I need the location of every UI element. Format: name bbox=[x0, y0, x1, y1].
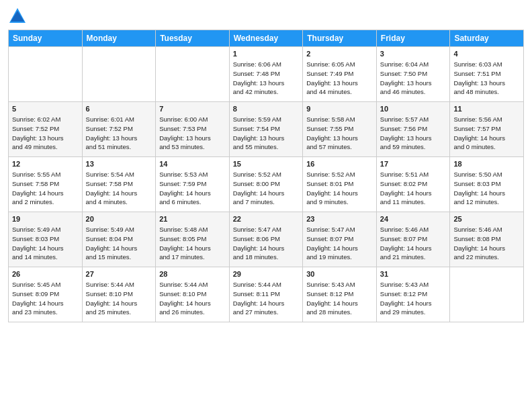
calendar-cell: 4Sunrise: 6:03 AM Sunset: 7:51 PM Daylig… bbox=[450, 47, 524, 102]
day-info: Sunrise: 6:02 AM Sunset: 7:52 PM Dayligh… bbox=[12, 115, 79, 152]
calendar-cell: 3Sunrise: 6:04 AM Sunset: 7:50 PM Daylig… bbox=[376, 47, 450, 102]
day-number: 31 bbox=[380, 270, 447, 278]
calendar-cell: 12Sunrise: 5:55 AM Sunset: 7:58 PM Dayli… bbox=[9, 157, 83, 212]
day-number: 3 bbox=[380, 50, 447, 58]
weekday-header-sunday: Sunday bbox=[9, 30, 83, 47]
day-number: 25 bbox=[453, 215, 520, 223]
day-number: 16 bbox=[306, 160, 373, 168]
day-info: Sunrise: 6:00 AM Sunset: 7:53 PM Dayligh… bbox=[159, 115, 226, 152]
calendar-cell: 29Sunrise: 5:44 AM Sunset: 8:11 PM Dayli… bbox=[229, 267, 303, 322]
calendar-cell bbox=[156, 47, 230, 102]
day-info: Sunrise: 5:49 AM Sunset: 8:04 PM Dayligh… bbox=[86, 225, 152, 262]
day-number: 19 bbox=[12, 215, 79, 223]
day-number: 5 bbox=[12, 105, 79, 113]
day-number: 23 bbox=[306, 215, 373, 223]
day-number: 9 bbox=[306, 105, 373, 113]
calendar-cell: 27Sunrise: 5:44 AM Sunset: 8:10 PM Dayli… bbox=[82, 267, 156, 322]
calendar-cell: 28Sunrise: 5:44 AM Sunset: 8:10 PM Dayli… bbox=[156, 267, 230, 322]
day-number: 24 bbox=[380, 215, 447, 223]
day-number: 10 bbox=[380, 105, 447, 113]
calendar-cell: 20Sunrise: 5:49 AM Sunset: 8:04 PM Dayli… bbox=[82, 212, 156, 267]
day-info: Sunrise: 5:46 AM Sunset: 8:07 PM Dayligh… bbox=[380, 225, 447, 262]
calendar-cell: 11Sunrise: 5:56 AM Sunset: 7:57 PM Dayli… bbox=[450, 102, 524, 157]
calendar-cell: 30Sunrise: 5:43 AM Sunset: 8:12 PM Dayli… bbox=[303, 267, 377, 322]
calendar-cell: 13Sunrise: 5:54 AM Sunset: 7:58 PM Dayli… bbox=[82, 157, 156, 212]
day-number: 12 bbox=[12, 160, 79, 168]
day-number: 6 bbox=[86, 105, 152, 113]
calendar-cell bbox=[450, 267, 524, 322]
header bbox=[8, 7, 524, 26]
day-number: 26 bbox=[12, 270, 79, 278]
svg-marker-1 bbox=[11, 11, 24, 21]
weekday-header-monday: Monday bbox=[82, 30, 156, 47]
day-number: 18 bbox=[453, 160, 520, 168]
day-number: 17 bbox=[380, 160, 447, 168]
calendar-week-5: 26Sunrise: 5:45 AM Sunset: 8:09 PM Dayli… bbox=[9, 267, 524, 322]
day-info: Sunrise: 5:45 AM Sunset: 8:09 PM Dayligh… bbox=[12, 280, 79, 317]
calendar-cell bbox=[9, 47, 83, 102]
day-info: Sunrise: 6:05 AM Sunset: 7:49 PM Dayligh… bbox=[306, 60, 373, 97]
day-info: Sunrise: 5:57 AM Sunset: 7:56 PM Dayligh… bbox=[380, 115, 447, 152]
day-info: Sunrise: 5:48 AM Sunset: 8:05 PM Dayligh… bbox=[159, 225, 226, 262]
day-number: 2 bbox=[306, 50, 373, 58]
calendar-cell: 14Sunrise: 5:53 AM Sunset: 7:59 PM Dayli… bbox=[156, 157, 230, 212]
day-info: Sunrise: 6:01 AM Sunset: 7:52 PM Dayligh… bbox=[86, 115, 152, 152]
day-number: 14 bbox=[159, 160, 226, 168]
day-number: 27 bbox=[86, 270, 152, 278]
calendar-cell: 6Sunrise: 6:01 AM Sunset: 7:52 PM Daylig… bbox=[82, 102, 156, 157]
calendar-cell: 9Sunrise: 5:58 AM Sunset: 7:55 PM Daylig… bbox=[303, 102, 377, 157]
day-info: Sunrise: 5:43 AM Sunset: 8:12 PM Dayligh… bbox=[306, 280, 373, 317]
day-number: 28 bbox=[159, 270, 226, 278]
calendar-cell: 18Sunrise: 5:50 AM Sunset: 8:03 PM Dayli… bbox=[450, 157, 524, 212]
day-number: 22 bbox=[233, 215, 300, 223]
calendar-cell: 1Sunrise: 6:06 AM Sunset: 7:48 PM Daylig… bbox=[229, 47, 303, 102]
day-info: Sunrise: 6:04 AM Sunset: 7:50 PM Dayligh… bbox=[380, 60, 447, 97]
calendar-cell: 23Sunrise: 5:47 AM Sunset: 8:07 PM Dayli… bbox=[303, 212, 377, 267]
day-info: Sunrise: 5:53 AM Sunset: 7:59 PM Dayligh… bbox=[159, 170, 226, 207]
day-info: Sunrise: 5:47 AM Sunset: 8:07 PM Dayligh… bbox=[306, 225, 373, 262]
calendar-cell: 16Sunrise: 5:52 AM Sunset: 8:01 PM Dayli… bbox=[303, 157, 377, 212]
calendar-cell: 5Sunrise: 6:02 AM Sunset: 7:52 PM Daylig… bbox=[9, 102, 83, 157]
calendar-cell: 24Sunrise: 5:46 AM Sunset: 8:07 PM Dayli… bbox=[376, 212, 450, 267]
calendar-cell: 21Sunrise: 5:48 AM Sunset: 8:05 PM Dayli… bbox=[156, 212, 230, 267]
calendar-cell: 31Sunrise: 5:43 AM Sunset: 8:12 PM Dayli… bbox=[376, 267, 450, 322]
day-info: Sunrise: 5:43 AM Sunset: 8:12 PM Dayligh… bbox=[380, 280, 447, 317]
day-info: Sunrise: 5:44 AM Sunset: 8:10 PM Dayligh… bbox=[86, 280, 152, 317]
calendar-header-row: SundayMondayTuesdayWednesdayThursdayFrid… bbox=[9, 30, 524, 47]
calendar-cell bbox=[82, 47, 156, 102]
weekday-header-tuesday: Tuesday bbox=[156, 30, 230, 47]
day-info: Sunrise: 5:47 AM Sunset: 8:06 PM Dayligh… bbox=[233, 225, 300, 262]
day-info: Sunrise: 6:06 AM Sunset: 7:48 PM Dayligh… bbox=[233, 60, 300, 97]
calendar-cell: 7Sunrise: 6:00 AM Sunset: 7:53 PM Daylig… bbox=[156, 102, 230, 157]
day-info: Sunrise: 5:56 AM Sunset: 7:57 PM Dayligh… bbox=[453, 115, 520, 152]
day-number: 1 bbox=[233, 50, 300, 58]
day-info: Sunrise: 5:44 AM Sunset: 8:11 PM Dayligh… bbox=[233, 280, 300, 317]
day-number: 29 bbox=[233, 270, 300, 278]
calendar-week-3: 12Sunrise: 5:55 AM Sunset: 7:58 PM Dayli… bbox=[9, 157, 524, 212]
day-number: 4 bbox=[453, 50, 520, 58]
weekday-header-thursday: Thursday bbox=[303, 30, 377, 47]
calendar-week-4: 19Sunrise: 5:49 AM Sunset: 8:03 PM Dayli… bbox=[9, 212, 524, 267]
day-info: Sunrise: 5:52 AM Sunset: 8:00 PM Dayligh… bbox=[233, 170, 300, 207]
logo bbox=[8, 7, 30, 26]
calendar-week-1: 1Sunrise: 6:06 AM Sunset: 7:48 PM Daylig… bbox=[9, 47, 524, 102]
calendar-cell: 15Sunrise: 5:52 AM Sunset: 8:00 PM Dayli… bbox=[229, 157, 303, 212]
day-info: Sunrise: 5:59 AM Sunset: 7:54 PM Dayligh… bbox=[233, 115, 300, 152]
calendar-table: SundayMondayTuesdayWednesdayThursdayFrid… bbox=[8, 30, 524, 322]
day-info: Sunrise: 5:46 AM Sunset: 8:08 PM Dayligh… bbox=[453, 225, 520, 262]
day-info: Sunrise: 5:51 AM Sunset: 8:02 PM Dayligh… bbox=[380, 170, 447, 207]
day-info: Sunrise: 5:54 AM Sunset: 7:58 PM Dayligh… bbox=[86, 170, 152, 207]
calendar-cell: 19Sunrise: 5:49 AM Sunset: 8:03 PM Dayli… bbox=[9, 212, 83, 267]
calendar-week-2: 5Sunrise: 6:02 AM Sunset: 7:52 PM Daylig… bbox=[9, 102, 524, 157]
day-info: Sunrise: 6:03 AM Sunset: 7:51 PM Dayligh… bbox=[453, 60, 520, 97]
calendar-cell: 25Sunrise: 5:46 AM Sunset: 8:08 PM Dayli… bbox=[450, 212, 524, 267]
day-number: 20 bbox=[86, 215, 152, 223]
day-info: Sunrise: 5:50 AM Sunset: 8:03 PM Dayligh… bbox=[453, 170, 520, 207]
calendar-cell: 17Sunrise: 5:51 AM Sunset: 8:02 PM Dayli… bbox=[376, 157, 450, 212]
day-number: 30 bbox=[306, 270, 373, 278]
day-info: Sunrise: 5:58 AM Sunset: 7:55 PM Dayligh… bbox=[306, 115, 373, 152]
calendar-cell: 26Sunrise: 5:45 AM Sunset: 8:09 PM Dayli… bbox=[9, 267, 83, 322]
calendar-cell: 8Sunrise: 5:59 AM Sunset: 7:54 PM Daylig… bbox=[229, 102, 303, 157]
page: SundayMondayTuesdayWednesdayThursdayFrid… bbox=[0, 0, 532, 411]
weekday-header-saturday: Saturday bbox=[450, 30, 524, 47]
